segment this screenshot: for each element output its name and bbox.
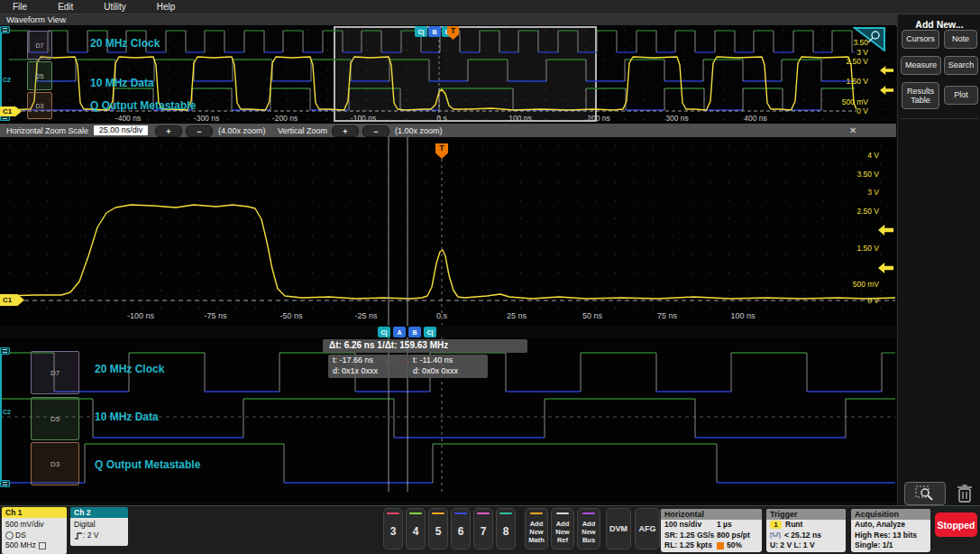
overview-cursor-link-badge[interactable]: C| (415, 26, 427, 37)
afg-button[interactable]: AFG (635, 508, 660, 549)
horizontal-record-length: RL: 1.25 kpts (664, 540, 717, 551)
zoom-toolbar: Horizontal Zoom Scale 25.00 ns/div + − (… (0, 124, 896, 137)
trigger-levels: U: 2 V L: 1 V (770, 540, 815, 551)
cursor-delta-readout: Δt: 6.26 ns 1/Δt: 159.63 MHz (323, 339, 527, 353)
add-new-bus-button[interactable]: Add New Bus (577, 508, 600, 549)
overview-vlabel: 2.50 V (827, 57, 868, 66)
zoombar-close-icon[interactable]: ✕ (849, 125, 856, 135)
menu-help[interactable]: Help (157, 2, 176, 12)
menu-file[interactable]: File (13, 2, 27, 12)
trash-icon[interactable] (956, 483, 974, 504)
acquisition-single: Single: 1/1 (855, 540, 893, 551)
ch1-coupling: DS (15, 531, 26, 540)
add-search-button[interactable]: Search (944, 56, 978, 75)
add-new-math-button[interactable]: Add New Math (525, 508, 548, 549)
dvm-button[interactable]: DVM (606, 508, 631, 549)
stopped-status-button[interactable]: Stopped (935, 512, 977, 537)
cursor-b-readout: t: -11.40 ns d: 0x0x 0xxx (408, 355, 488, 378)
channel-3-button[interactable]: 3 (383, 508, 403, 549)
overview-left-handle[interactable] (0, 28, 2, 120)
channel-4-button[interactable]: 4 (406, 508, 426, 549)
digital-channel-label-clock: 20 MHz Clock (95, 363, 164, 375)
menu-edit[interactable]: Edit (58, 2, 73, 12)
trigger-type: Runt (785, 520, 802, 531)
ch2-mode: Digital (74, 520, 124, 531)
ch2-header: Ch 2 (70, 507, 128, 518)
hzoom-scale-label: Horizontal Zoom Scale (6, 126, 88, 135)
digital-d5-badge[interactable]: D5 (31, 397, 79, 440)
overview-vlabel: 0 V (827, 106, 868, 115)
overview-channel-label-clock: 20 MHz Clock (90, 37, 160, 50)
horizontal-title: Horizontal (661, 509, 762, 520)
overview-cursor-b-badge[interactable]: B (428, 26, 441, 37)
hzoom-factor: (4.00x zoom) (218, 126, 266, 135)
cursor-link-left-badge[interactable]: C| (378, 327, 390, 337)
digital-left-handle[interactable] (0, 349, 2, 486)
cursor-b-data: d: 0x0x 0xxx (413, 366, 488, 377)
main-tick: -25 ns (354, 311, 377, 320)
overview-d7-badge[interactable]: D7 (27, 31, 52, 60)
add-new-ref-button[interactable]: Add New Ref (551, 508, 574, 549)
zoomed-analog-view[interactable] (0, 137, 896, 326)
cursor-b-badge[interactable]: B (408, 327, 421, 337)
channel-8-button[interactable]: 8 (496, 508, 516, 549)
horizontal-panel[interactable]: Horizontal 100 ns/div1 µs SR: 1.25 GS/s8… (661, 509, 762, 552)
cursor-link-right-badge[interactable]: C| (424, 327, 436, 337)
digital-d7-badge[interactable]: D7 (31, 351, 79, 394)
main-tick: 0 s (436, 311, 447, 320)
vzoom-label: Vertical Zoom (278, 126, 327, 135)
vzoom-minus-button[interactable]: − (362, 125, 389, 137)
acquisition-mode: Auto, Analyze (855, 520, 905, 531)
menu-utility[interactable]: Utility (104, 2, 125, 12)
hzoom-minus-button[interactable]: − (186, 125, 213, 137)
add-note-button[interactable]: Note (944, 30, 977, 49)
overview-zoom-corner-icon[interactable] (853, 27, 885, 51)
right-panel: Add New... Cursors Note Measure Search R… (897, 14, 980, 505)
right-panel-divider (901, 118, 978, 119)
channel-7-button[interactable]: 7 (473, 508, 493, 549)
main-vlabel: 0 V (838, 296, 879, 305)
ch2-badge[interactable]: Ch 2 Digital : 2 V (70, 507, 128, 546)
zoom-selection-window[interactable] (334, 26, 597, 122)
main-tick: 75 ns (657, 311, 677, 320)
overview-tick: -300 ns (194, 114, 219, 123)
add-cursors-button[interactable]: Cursors (902, 30, 939, 49)
oscilloscope-screen: File Edit Utility Help Waveform View D7 … (0, 0, 980, 554)
main-tick: 100 ns (730, 311, 755, 320)
trigger-source-badge: 1 (770, 521, 782, 529)
threshold-edge-icon (74, 531, 83, 540)
add-measure-button[interactable]: Measure (901, 56, 941, 75)
ch1-scale: 500 mV/div (5, 520, 63, 531)
channel-6-button[interactable]: 6 (451, 508, 471, 549)
acquisition-panel[interactable]: Acquisition Auto, Analyze High Res: 13 b… (851, 509, 930, 552)
zoom-mode-button[interactable] (904, 482, 946, 505)
ch2-threshold: : 2 V (83, 531, 98, 540)
overview-d3-badge[interactable]: D3 (27, 92, 52, 119)
overview-tick: 100 ns (508, 114, 532, 123)
main-tick: 50 ns (582, 311, 602, 320)
add-plot-button[interactable]: Plot (944, 86, 978, 105)
hzoom-scale-value[interactable]: 25.00 ns/div (94, 125, 148, 135)
hzoom-plus-button[interactable]: + (155, 125, 182, 137)
digital-handle-top-icon[interactable] (0, 347, 10, 355)
trigger-panel[interactable]: Trigger 1Runt < 25.12 ns U: 2 V L: 1 V (766, 509, 846, 552)
vzoom-plus-button[interactable]: + (332, 125, 359, 137)
bottom-settings-bar: Ch 1 500 mV/div DS 500 MHz Ch 2 Digital … (0, 505, 980, 554)
main-tick: -75 ns (204, 311, 226, 320)
overview-channel-label-q: Q Output Metastable (90, 99, 196, 112)
overview-handle-top-icon[interactable] (0, 26, 10, 33)
digital-channel-label-q: Q Output Metastable (95, 458, 200, 471)
digital-handle-bottom-icon[interactable] (0, 480, 10, 487)
add-results-table-button[interactable]: Results Table (902, 82, 939, 109)
overview-d5-badge[interactable]: D5 (27, 61, 52, 90)
main-vlabel: 500 mV (838, 280, 879, 289)
cursor-a-badge[interactable]: A (393, 327, 406, 337)
cursor-a-data: d: 0x1x 0xxx (333, 366, 408, 377)
digital-d3-badge[interactable]: D3 (31, 442, 79, 485)
channel-5-button[interactable]: 5 (428, 508, 448, 549)
overview-tick: 200 ns (587, 114, 610, 123)
ch1-badge[interactable]: Ch 1 500 mV/div DS 500 MHz (2, 507, 67, 554)
menu-bar: File Edit Utility Help (0, 0, 980, 14)
main-tick: 25 ns (507, 311, 527, 320)
digital-channel-label-data: 10 MHz Data (95, 411, 159, 423)
